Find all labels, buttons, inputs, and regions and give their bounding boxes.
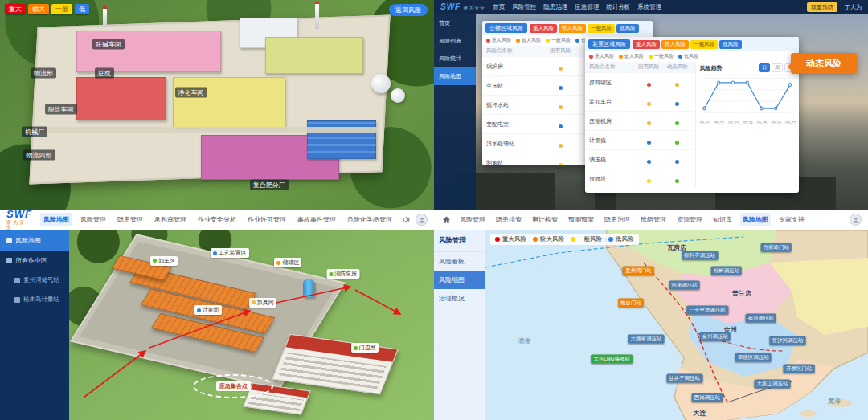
risk-dot — [533, 237, 538, 242]
building-label: 联碱车间 — [92, 39, 125, 49]
risk-legend-chip[interactable]: 一般 — [51, 4, 72, 14]
risk-point-name: 装卸车台 — [589, 98, 635, 106]
risk-filter-pill[interactable]: 较大风险 — [559, 24, 586, 33]
risk-filter-pill[interactable]: 重大风险 — [633, 40, 660, 49]
sidebar-item[interactable]: 治理概况 — [434, 289, 485, 308]
nav-item[interactable]: 风险管理 — [457, 213, 488, 226]
area-label[interactable]: 储罐区 — [274, 258, 301, 267]
sidebar-item[interactable]: 复州湾储气站 — [0, 271, 69, 290]
nav-item[interactable]: 资源管理 — [674, 213, 705, 226]
portal-badge[interactable]: 双重预防 — [807, 2, 837, 12]
area-label[interactable]: 工艺装置区 — [211, 248, 249, 258]
nav-item[interactable]: 风险管控 — [512, 3, 536, 11]
risk-filter-pill[interactable]: 低风险 — [719, 40, 742, 49]
nav-item[interactable]: 风险地图 — [40, 213, 72, 226]
station-label[interactable]: 三十里堡调压站 — [686, 306, 728, 315]
risk-zone — [76, 31, 221, 72]
station-label[interactable]: 开发区门站 — [784, 365, 815, 373]
station-label[interactable]: 炮台门站 — [618, 298, 644, 307]
nav-item[interactable]: 作业安全分析 — [194, 213, 240, 226]
station-label[interactable]: 泡崖调压站 — [669, 281, 700, 290]
sidebar-item[interactable]: 风险地图 — [434, 67, 476, 85]
sea-label: 渤海 — [518, 336, 530, 345]
chart-tab[interactable]: 日 — [759, 63, 770, 72]
nav-item[interactable]: 专家支持 — [776, 213, 807, 226]
area-label[interactable]: 门卫室 — [351, 343, 379, 353]
nav-item[interactable]: 事故事件管理 — [294, 213, 339, 226]
sidebar-item[interactable]: 风险地图 — [434, 271, 485, 289]
table-row[interactable]: 原料罐区 — [585, 72, 695, 92]
station-label[interactable]: 得利寺调压站 — [682, 251, 718, 259]
risk-legend-chip[interactable]: 低 — [75, 4, 89, 14]
status-dot — [647, 160, 651, 164]
station-label[interactable]: 万家岭门站 — [761, 243, 792, 252]
back-button[interactable]: 返回风险 — [389, 4, 428, 16]
status-dot — [252, 300, 256, 304]
station-label[interactable]: 大魏家调压站 — [628, 334, 664, 343]
table-row[interactable]: 调压撬 — [585, 149, 695, 169]
nav-item[interactable]: 风险管理 — [77, 213, 109, 226]
nav-item[interactable]: 统计分析 — [606, 3, 630, 11]
nav-item[interactable]: 应急管理 — [575, 3, 599, 11]
station-label[interactable]: 松树调压站 — [711, 266, 743, 275]
nav-item[interactable]: 隐患治理 — [543, 3, 567, 11]
user-avatar[interactable] — [416, 214, 428, 226]
window-title[interactable]: 公辅区域风险 — [485, 23, 527, 33]
sidebar-item[interactable]: 风险地图 — [0, 230, 69, 251]
station-label[interactable]: 金州调压站 — [699, 332, 731, 341]
nav-item[interactable]: 首页 — [493, 3, 505, 11]
nav-item[interactable]: 危险化学品管理 — [344, 213, 395, 226]
window-title[interactable]: 装置区域风险 — [588, 39, 630, 49]
nav-item[interactable]: 风险地图 — [740, 213, 771, 226]
sidebar-item[interactable]: 松木岛计量站 — [0, 290, 69, 309]
area-label[interactable]: 计量间 — [194, 305, 222, 315]
user-name[interactable]: 丁大为 — [845, 3, 862, 11]
table-row[interactable]: 计量撬 — [585, 130, 695, 149]
sidebar-item[interactable]: 风险看板 — [434, 252, 485, 271]
station-label[interactable]: 登沙河调压站 — [770, 336, 806, 345]
risk-filter-pill[interactable]: 一般风险 — [690, 40, 718, 49]
sidebar-item-label: 松木岛计量站 — [23, 296, 59, 304]
nav-item[interactable]: 预测预警 — [566, 213, 596, 226]
sidebar-item[interactable]: 风险统计 — [434, 50, 476, 67]
sidebar-item[interactable]: 首页 — [434, 14, 476, 32]
nav-item[interactable]: 系统管理 — [637, 3, 661, 11]
risk-legend-chip[interactable]: 重大 — [5, 4, 26, 14]
station-label[interactable]: 西岗调压站 — [692, 393, 723, 402]
gear-icon[interactable] — [400, 214, 411, 226]
station-label[interactable]: 石河调压站 — [745, 313, 776, 322]
risk-legend-chip[interactable]: 较大 — [28, 4, 49, 14]
sidebar-item[interactable]: 所有作业区 — [0, 251, 69, 271]
risk-filter-pill[interactable]: 低风险 — [616, 24, 639, 33]
risk-filter-pill[interactable]: 较大风险 — [661, 40, 689, 49]
status-dot — [197, 308, 201, 312]
station-label[interactable]: 复州湾门站 — [623, 266, 654, 275]
nav-item[interactable]: 隐患管理 — [114, 213, 146, 226]
risk-filter-pill[interactable]: 重大风险 — [530, 24, 557, 33]
nav-item[interactable]: 审计检查 — [530, 213, 560, 226]
nav-item[interactable]: 隐患治理 — [602, 213, 633, 226]
nav-item[interactable]: 班组管理 — [638, 213, 669, 226]
nav-item[interactable]: 知识库 — [710, 213, 735, 226]
user-avatar[interactable] — [850, 214, 862, 226]
table-row[interactable]: 放散塔 — [585, 169, 695, 188]
sidebar-item[interactable]: 风险列表 — [434, 32, 476, 50]
nav-item[interactable]: 作业许可管理 — [244, 213, 289, 226]
nav-item[interactable]: 隐患排查 — [493, 213, 524, 226]
nav-item[interactable]: 承包商管理 — [151, 213, 190, 226]
home-icon[interactable] — [440, 214, 452, 226]
station-label[interactable]: 大孤山调压站 — [755, 380, 791, 389]
station-label[interactable]: 甘井子调压站 — [666, 374, 702, 383]
station-label[interactable]: 大连LNG接收站 — [591, 355, 633, 364]
cooling-tower — [391, 88, 405, 103]
area-label[interactable]: 加臭间 — [249, 298, 276, 308]
station-label[interactable]: 保税区调压站 — [735, 353, 772, 362]
table-row[interactable]: 压缩机房 — [585, 111, 695, 130]
logo-subtext: 赛为安全 — [463, 5, 485, 12]
area-label[interactable]: 卸车区 — [150, 256, 178, 266]
table-row[interactable]: 装卸车台 — [585, 92, 695, 111]
map-svg — [485, 230, 868, 420]
area-label[interactable]: 消防泵房 — [326, 269, 359, 279]
risk-filter-pill[interactable]: 一般风险 — [588, 24, 615, 33]
chart-tab[interactable]: 周 — [772, 63, 783, 72]
